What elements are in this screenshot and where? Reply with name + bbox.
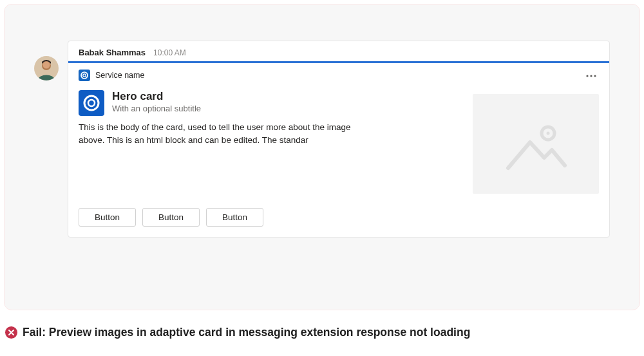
svg-point-9 (88, 100, 95, 106)
card-title: Hero card (112, 90, 201, 103)
card-body-text: This is the body of the card, used to te… (79, 121, 355, 146)
card-action-button[interactable]: Button (142, 208, 200, 227)
avatar (34, 56, 59, 80)
svg-point-11 (547, 131, 550, 135)
card-image-placeholder (473, 94, 599, 194)
fail-label-row: Fail: Preview images in adaptive card in… (5, 326, 644, 339)
message-row: Babak Shammas 10:00 AM Service name (34, 41, 610, 238)
service-name: Service name (95, 71, 144, 80)
card-app-icon (79, 90, 104, 116)
svg-point-2 (43, 62, 50, 69)
service-icon (79, 70, 90, 81)
accent-divider (68, 61, 609, 63)
fail-text: Fail: Preview images in adaptive card in… (23, 326, 470, 339)
message-block: Babak Shammas 10:00 AM Service name (68, 41, 610, 238)
hero-card: Hero card With an optional subtitle This… (79, 90, 599, 194)
example-frame: Babak Shammas 10:00 AM Service name (4, 4, 640, 310)
sender-name: Babak Shammas (79, 48, 146, 57)
card-action-button[interactable]: Button (79, 208, 136, 227)
card-subtitle: With an optional subtitle (112, 104, 201, 113)
svg-point-6 (590, 75, 592, 77)
svg-point-7 (594, 75, 596, 77)
timestamp: 10:00 AM (153, 48, 186, 57)
card-action-button[interactable]: Button (206, 208, 263, 227)
svg-point-5 (586, 75, 588, 77)
fail-icon (5, 326, 17, 339)
svg-point-4 (83, 74, 86, 77)
more-options-button[interactable] (583, 73, 599, 79)
svg-point-3 (81, 72, 88, 79)
svg-point-8 (84, 96, 99, 110)
message-header: Babak Shammas 10:00 AM (79, 48, 599, 57)
service-row: Service name (79, 70, 599, 81)
card-actions: Button Button Button (79, 208, 599, 227)
